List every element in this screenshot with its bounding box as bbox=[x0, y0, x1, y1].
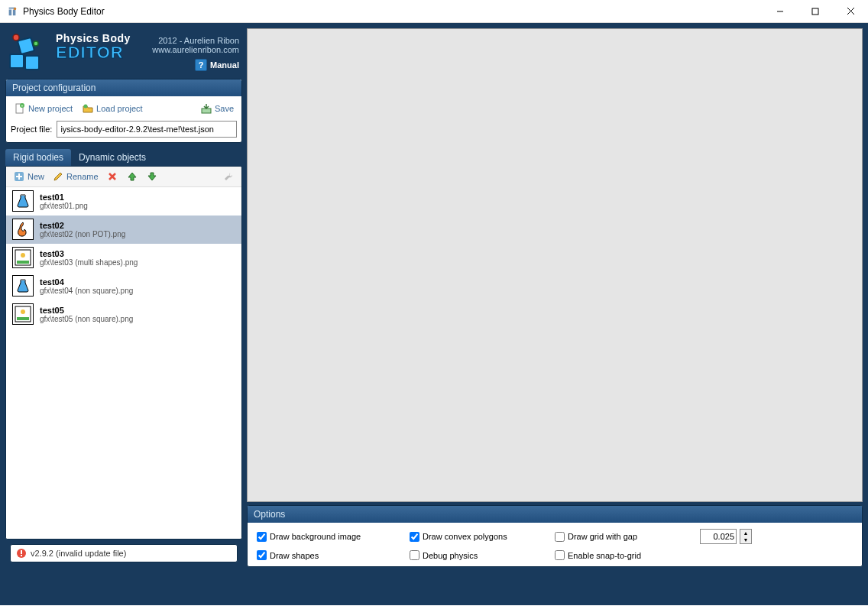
new-file-icon: + bbox=[14, 102, 26, 115]
options-header: Options bbox=[248, 506, 862, 523]
spinner-up-icon[interactable]: ▲ bbox=[740, 530, 751, 536]
svg-point-13 bbox=[84, 105, 88, 109]
arrow-up-icon bbox=[126, 170, 138, 183]
svg-rect-25 bbox=[21, 550, 22, 554]
svg-rect-2 bbox=[812, 8, 818, 15]
grid-gap-spinner[interactable]: ▲▼ bbox=[740, 529, 752, 544]
body-thumbnail bbox=[12, 247, 34, 268]
draw-grid-checkbox[interactable]: Draw grid with gap bbox=[555, 532, 685, 542]
body-path: gfx\test01.png bbox=[40, 202, 88, 210]
meta-url: www.aurelienribon.com bbox=[152, 45, 239, 54]
svg-rect-7 bbox=[18, 37, 34, 54]
status-bar: v2.9.2 (invalid update file) bbox=[10, 544, 238, 562]
project-file-input[interactable] bbox=[57, 121, 237, 138]
new-body-label: New bbox=[28, 172, 44, 181]
body-thumbnail bbox=[12, 303, 34, 325]
draw-shapes-checkbox[interactable]: Draw shapes bbox=[257, 550, 394, 560]
body-item[interactable]: test02gfx\test02 (non POT).png bbox=[6, 216, 241, 244]
svg-rect-21 bbox=[17, 317, 29, 320]
svg-rect-6 bbox=[25, 56, 39, 70]
save-button[interactable]: Save bbox=[197, 101, 237, 116]
options-panel: Options Draw background image Draw conve… bbox=[247, 505, 863, 567]
manual-button[interactable]: ? Manual bbox=[195, 59, 239, 71]
body-item[interactable]: test05gfx\test05 (non square).png bbox=[6, 300, 241, 329]
body-name: test03 bbox=[40, 249, 138, 258]
svg-rect-5 bbox=[10, 54, 24, 68]
body-name: test05 bbox=[40, 306, 133, 315]
body-thumbnail bbox=[12, 190, 34, 212]
body-item[interactable]: test03gfx\test03 (multi shapes).png bbox=[6, 244, 241, 272]
minimize-button[interactable] bbox=[763, 0, 798, 23]
pencil-icon bbox=[52, 170, 64, 183]
body-tabs: Rigid bodies Dynamic objects bbox=[5, 149, 242, 166]
settings-button[interactable] bbox=[220, 169, 237, 184]
logo-block: Physics Body EDITOR 2012 - Aurelien Ribo… bbox=[5, 28, 242, 79]
logo-title-2: EDITOR bbox=[56, 44, 131, 62]
rename-body-label: Rename bbox=[66, 172, 99, 181]
project-config-panel: Project configuration + New project Load… bbox=[5, 79, 242, 143]
body-thumbnail bbox=[12, 275, 34, 297]
canvas[interactable] bbox=[247, 28, 863, 502]
meta-author: 2012 - Aurelien Ribon bbox=[152, 36, 239, 45]
svg-rect-26 bbox=[21, 555, 22, 556]
app-icon bbox=[6, 5, 18, 18]
move-down-button[interactable] bbox=[144, 169, 160, 184]
body-item[interactable]: test04gfx\test04 (non square).png bbox=[6, 272, 241, 300]
draw-bg-checkbox[interactable]: Draw background image bbox=[257, 532, 394, 542]
draw-convex-checkbox[interactable]: Draw convex polygons bbox=[410, 532, 539, 542]
body-path: gfx\test02 (non POT).png bbox=[40, 230, 125, 238]
debug-physics-checkbox[interactable]: Debug physics bbox=[410, 550, 539, 560]
body-name: test02 bbox=[40, 221, 125, 230]
logo-title-1: Physics Body bbox=[56, 33, 131, 44]
tab-dynamic-objects[interactable]: Dynamic objects bbox=[71, 149, 154, 166]
body-item[interactable]: test01gfx\test01.png bbox=[6, 187, 241, 216]
svg-point-18 bbox=[21, 253, 25, 258]
bodies-panel: New Rename bbox=[5, 166, 242, 540]
svg-point-9 bbox=[34, 41, 38, 46]
status-text: v2.9.2 (invalid update file) bbox=[31, 549, 126, 558]
svg-rect-16 bbox=[21, 194, 25, 196]
rename-body-button[interactable]: Rename bbox=[50, 169, 101, 184]
arrow-down-icon bbox=[146, 170, 158, 183]
maximize-button[interactable] bbox=[798, 0, 833, 23]
save-icon bbox=[200, 102, 212, 115]
tab-rigid-bodies[interactable]: Rigid bodies bbox=[5, 149, 71, 166]
error-icon bbox=[15, 547, 28, 559]
svg-rect-20 bbox=[21, 279, 25, 280]
folder-open-icon bbox=[82, 102, 94, 115]
new-project-button[interactable]: + New project bbox=[11, 101, 76, 116]
body-name: test01 bbox=[40, 193, 88, 202]
new-project-label: New project bbox=[28, 104, 73, 113]
svg-point-0 bbox=[14, 7, 17, 10]
load-project-label: Load project bbox=[96, 104, 143, 113]
wrench-icon bbox=[222, 170, 235, 183]
plus-icon bbox=[13, 170, 25, 183]
new-body-button[interactable]: New bbox=[11, 169, 47, 184]
body-path: gfx\test05 (non square).png bbox=[40, 315, 133, 323]
logo-icon bbox=[8, 33, 51, 71]
save-label: Save bbox=[215, 104, 234, 113]
project-file-label: Project file: bbox=[11, 125, 52, 134]
delete-icon bbox=[106, 170, 118, 183]
bodies-list[interactable]: test01gfx\test01.pngtest02gfx\test02 (no… bbox=[6, 187, 241, 539]
load-project-button[interactable]: Load project bbox=[79, 101, 146, 116]
delete-body-button[interactable] bbox=[104, 169, 121, 184]
svg-point-22 bbox=[21, 309, 25, 314]
help-icon: ? bbox=[195, 59, 207, 71]
body-thumbnail bbox=[12, 219, 34, 240]
svg-point-8 bbox=[13, 34, 19, 41]
svg-rect-17 bbox=[17, 261, 29, 264]
grid-gap-input[interactable] bbox=[700, 529, 737, 544]
body-path: gfx\test04 (non square).png bbox=[40, 287, 133, 295]
body-name: test04 bbox=[40, 277, 133, 287]
project-config-header: Project configuration bbox=[6, 79, 241, 96]
move-up-button[interactable] bbox=[124, 169, 141, 184]
body-path: gfx\test03 (multi shapes).png bbox=[40, 258, 138, 267]
spinner-down-icon[interactable]: ▼ bbox=[740, 536, 751, 543]
manual-label: Manual bbox=[210, 60, 239, 70]
svg-text:+: + bbox=[21, 103, 24, 108]
window-title: Physics Body Editor bbox=[23, 6, 105, 17]
close-button[interactable] bbox=[833, 0, 868, 23]
snap-grid-checkbox[interactable]: Enable snap-to-grid bbox=[555, 550, 685, 560]
window-titlebar: Physics Body Editor bbox=[0, 0, 868, 23]
